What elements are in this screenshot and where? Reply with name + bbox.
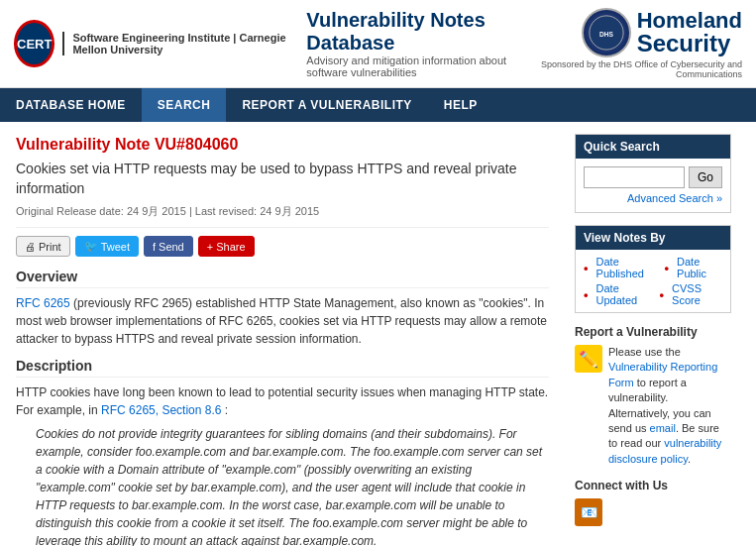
bullet-3: • xyxy=(584,287,589,302)
view-notes-box: View Notes By • Date Published • Date Pu… xyxy=(575,225,731,313)
vuln-id: Vulnerability Note VU#804060 xyxy=(16,136,549,154)
report-text: Please use the Vulnerability Reporting F… xyxy=(608,345,731,467)
date-public-link[interactable]: Date Public xyxy=(677,256,722,279)
facebook-send-icon: f xyxy=(153,241,156,253)
tweet-button[interactable]: 🐦 Tweet xyxy=(75,236,139,257)
nav-report[interactable]: REPORT A VULNERABILITY xyxy=(226,88,427,122)
bullet-2: • xyxy=(664,261,669,275)
facebook-send-button[interactable]: f Send xyxy=(144,236,193,257)
connect-section: Connect with Us 📧 xyxy=(575,479,731,526)
disclosure-policy-link[interactable]: vulnerability disclosure policy xyxy=(608,437,721,464)
view-notes-header: View Notes By xyxy=(576,226,730,250)
print-button[interactable]: 🖨 Print xyxy=(16,236,70,257)
vuln-date: Original Release date: 24 9月 2015 | Last… xyxy=(16,204,549,228)
bullet-1: • xyxy=(584,261,589,275)
overview-text: RFC 6265 (previously RFC 2965) establish… xyxy=(16,294,549,348)
rfc6265-link-desc[interactable]: RFC 6265, Section 8.6 xyxy=(101,403,221,417)
dhs-seal: DHS xyxy=(582,8,631,57)
main-nav: DATABASE HOME SEARCH REPORT A VULNERABIL… xyxy=(0,88,756,122)
bullet-4: • xyxy=(660,287,665,302)
report-section: Report a Vulnerability ✏️ Please use the… xyxy=(575,325,731,467)
facebook-share-button[interactable]: + Share xyxy=(198,236,255,257)
report-heading: Report a Vulnerability xyxy=(575,325,731,339)
rfc6265-link-overview[interactable]: RFC 6265 xyxy=(16,296,70,310)
connect-icon: 📧 xyxy=(575,498,602,526)
overview-heading: Overview xyxy=(16,269,549,288)
header-title-block: Vulnerability Notes Database Advisory an… xyxy=(306,9,539,78)
twitter-icon: 🐦 xyxy=(84,240,98,253)
dhs-text: Homeland Security xyxy=(637,10,742,55)
page-subtitle: Advisory and mitigation information abou… xyxy=(306,55,539,78)
connect-heading: Connect with Us xyxy=(575,479,731,492)
quick-search-header: Quick Search xyxy=(576,135,730,159)
cvss-score-link[interactable]: CVSS Score xyxy=(672,282,722,306)
header-left: CERT Software Engineering Institute | Ca… xyxy=(14,9,540,78)
nav-help[interactable]: HELP xyxy=(428,88,493,122)
main-content: Vulnerability Note VU#804060 Cookies set… xyxy=(0,122,565,546)
search-input[interactable] xyxy=(584,166,685,188)
advanced-search-link[interactable]: Advanced Search » xyxy=(584,192,722,204)
date-updated-link[interactable]: Date Updated xyxy=(596,282,652,306)
search-go-button[interactable]: Go xyxy=(689,166,722,188)
blockquote: Cookies do not provide integrity guarant… xyxy=(36,425,549,546)
facebook-share-icon: + xyxy=(207,241,213,253)
sei-label: Software Engineering Institute | Carnegi… xyxy=(62,32,290,55)
description-heading: Description xyxy=(16,358,549,378)
sidebar: Quick Search Go Advanced Search » View N… xyxy=(565,122,741,546)
report-icon: ✏️ xyxy=(575,345,602,373)
svg-text:DHS: DHS xyxy=(599,31,614,38)
social-buttons: 🖨 Print 🐦 Tweet f Send + Share xyxy=(16,236,549,257)
email-link[interactable]: email xyxy=(650,422,676,434)
header: CERT Software Engineering Institute | Ca… xyxy=(0,0,756,88)
dhs-branding: DHS Homeland Security Sponsored by the D… xyxy=(540,8,742,79)
printer-icon: 🖨 xyxy=(25,241,36,253)
dhs-seal-icon: DHS xyxy=(588,14,625,52)
reporting-form-link[interactable]: Vulnerability Reporting Form xyxy=(608,361,717,387)
nav-search[interactable]: SEARCH xyxy=(142,88,227,122)
quick-search-box: Quick Search Go Advanced Search » xyxy=(575,134,731,213)
nav-database-home[interactable]: DATABASE HOME xyxy=(0,88,142,122)
cert-badge: CERT xyxy=(14,20,54,67)
sei-line1: Software Engineering Institute | Carnegi… xyxy=(72,32,290,55)
quick-search-body: Go Advanced Search » xyxy=(576,159,730,212)
page-title: Vulnerability Notes Database xyxy=(306,9,539,55)
date-published-link[interactable]: Date Published xyxy=(596,256,657,279)
dhs-sponsor: Sponsored by the DHS Office of Cybersecu… xyxy=(540,59,742,79)
view-notes-body: • Date Published • Date Public • Date Up… xyxy=(576,250,730,312)
cert-logo: CERT Software Engineering Institute | Ca… xyxy=(14,20,290,67)
main-layout: Vulnerability Note VU#804060 Cookies set… xyxy=(0,122,756,546)
description-text: HTTP cookies have long been known to lea… xyxy=(16,383,549,419)
vuln-subtitle: Cookies set via HTTP requests may be use… xyxy=(16,160,549,198)
